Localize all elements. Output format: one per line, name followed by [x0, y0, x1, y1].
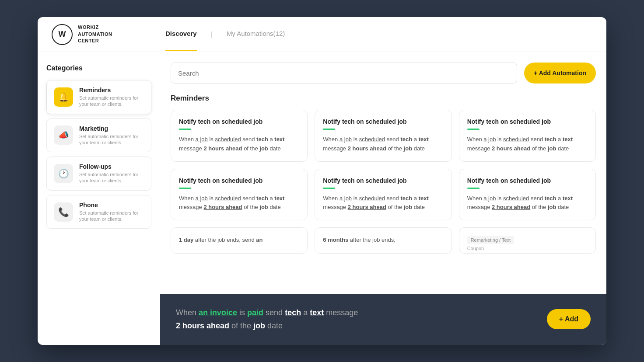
automation-card-5[interactable]: Notify tech on scheduled job When a job …: [315, 169, 452, 221]
card-6-desc: When a job is scheduled send tech a text…: [467, 194, 588, 212]
logo-text: WORKIZ AUTOMATION CENTER: [78, 24, 112, 44]
bottom-card-1[interactable]: 1 day after the job ends, send an: [171, 227, 308, 254]
reminders-icon: 🔔: [54, 87, 73, 107]
marketing-label: Marketing: [79, 125, 144, 132]
followups-desc: Set automatic reminders for your team or…: [79, 171, 144, 184]
bottom-message: message: [324, 308, 358, 317]
add-automation-button[interactable]: + Add Automation: [524, 63, 596, 84]
card-5-underline: [323, 188, 335, 189]
bottom-text-word: text: [310, 308, 324, 317]
cards-grid-row1: Notify tech on scheduled job When a job …: [171, 110, 596, 162]
logo-letter: W: [59, 30, 66, 39]
add-button[interactable]: + Add: [547, 309, 591, 329]
bottom-is: is: [237, 308, 247, 317]
bottom-date: date: [265, 321, 283, 330]
card-2-title: Notify tech on scheduled job: [323, 118, 443, 125]
logo-area: W WORKIZ AUTOMATION CENTER: [52, 24, 148, 45]
remarketing-tag: Remarketing / Text: [467, 236, 514, 244]
card-4-underline: [179, 188, 191, 189]
card-5-title: Notify tech on scheduled job: [323, 177, 443, 184]
bottom-tech: tech: [285, 308, 301, 317]
nav-divider: |: [211, 31, 213, 38]
tab-discovery[interactable]: Discovery: [165, 30, 197, 39]
card-4-desc: When a job is scheduled send tech a text…: [179, 194, 299, 212]
phone-label: Phone: [79, 202, 144, 209]
sidebar-item-follow-ups[interactable]: 🕐 Follow-ups Set automatic reminders for…: [46, 157, 151, 191]
bottom-panel: When an invoice is paid send tech a text…: [160, 294, 606, 345]
marketing-icon: 📣: [54, 125, 73, 145]
card-1-desc: When a job is scheduled send tech a text…: [179, 135, 299, 153]
bottom-send: send: [263, 308, 285, 317]
bottom-card-3-desc: 6 months after the job ends,: [467, 252, 588, 254]
bottom-of-the: of the: [229, 321, 253, 330]
card-3-underline: [467, 129, 480, 130]
phone-icon: 📞: [54, 202, 73, 222]
coupon-label: Coupon: [467, 246, 588, 251]
card-4-title: Notify tech on scheduled job: [179, 177, 299, 184]
followups-label: Follow-ups: [79, 163, 144, 170]
marketing-desc: Set automatic reminders for your team or…: [79, 133, 144, 146]
card-2-underline: [323, 129, 335, 130]
card-2-desc: When a job is scheduled send tech a text…: [323, 135, 443, 153]
followups-icon: 🕐: [54, 164, 73, 183]
sidebar-item-phone[interactable]: 📞 Phone Set automatic reminders for your…: [46, 195, 151, 229]
bottom-when: When: [176, 308, 199, 317]
card-3-desc: When a job is scheduled send tech a text…: [467, 135, 588, 153]
main-content: Categories 🔔 Reminders Set automatic rem…: [38, 52, 606, 345]
header: W WORKIZ AUTOMATION CENTER Discovery | M…: [38, 17, 606, 52]
sidebar-item-reminders[interactable]: 🔔 Reminders Set automatic reminders for …: [46, 80, 151, 114]
automation-card-3[interactable]: Notify tech on scheduled job When a job …: [459, 110, 596, 162]
automation-card-1[interactable]: Notify tech on scheduled job When a job …: [171, 110, 308, 162]
sidebar-item-marketing[interactable]: 📣 Marketing Set automatic reminders for …: [46, 118, 151, 153]
content-area: + Add Automation Reminders Notify tech o…: [160, 52, 606, 345]
automation-card-4[interactable]: Notify tech on scheduled job When a job …: [171, 169, 308, 221]
tab-my-automations[interactable]: My Automations(12): [227, 30, 285, 39]
card-3-title: Notify tech on scheduled job: [467, 118, 588, 125]
bottom-job: job: [253, 321, 265, 330]
cards-grid-row2: Notify tech on scheduled job When a job …: [171, 169, 596, 221]
bottom-card-1-desc: 1 day after the job ends, send an: [179, 236, 299, 245]
nav-tabs: Discovery | My Automations(12): [148, 30, 592, 39]
reminders-label: Reminders: [79, 87, 144, 94]
search-add-row: + Add Automation: [171, 63, 596, 84]
card-6-underline: [467, 188, 480, 189]
bottom-panel-text: When an invoice is paid send tech a text…: [176, 306, 358, 333]
card-5-desc: When a job is scheduled send tech a text…: [323, 194, 443, 212]
bottom-card-2-desc: 6 months after the job ends,: [323, 236, 443, 245]
card-1-title: Notify tech on scheduled job: [179, 118, 299, 125]
search-input[interactable]: [171, 63, 517, 84]
card-1-underline: [179, 129, 191, 130]
reminders-section-title: Reminders: [171, 94, 596, 103]
reminders-desc: Set automatic reminders for your team or…: [79, 95, 144, 108]
bottom-invoice: an invoice: [199, 308, 237, 317]
bottom-hours-ahead: 2 hours ahead: [176, 321, 229, 330]
bottom-a: a: [301, 308, 310, 317]
automation-card-2[interactable]: Notify tech on scheduled job When a job …: [315, 110, 452, 162]
card-6-title: Notify tech on scheduled job: [467, 177, 588, 184]
sidebar: Categories 🔔 Reminders Set automatic rem…: [38, 52, 160, 345]
sidebar-title: Categories: [46, 64, 151, 72]
automation-card-6[interactable]: Notify tech on scheduled job When a job …: [459, 169, 596, 221]
bottom-paid: paid: [247, 308, 263, 317]
bottom-card-2[interactable]: 6 months after the job ends,: [315, 227, 452, 254]
phone-desc: Set automatic reminders for your team or…: [79, 210, 144, 223]
bottom-card-3[interactable]: Remarketing / Text Coupon 6 months after…: [459, 227, 596, 254]
cards-grid-bottom: 1 day after the job ends, send an 6 mont…: [171, 227, 596, 254]
logo-icon: W: [52, 24, 73, 45]
app-container: W WORKIZ AUTOMATION CENTER Discovery | M…: [38, 17, 606, 345]
